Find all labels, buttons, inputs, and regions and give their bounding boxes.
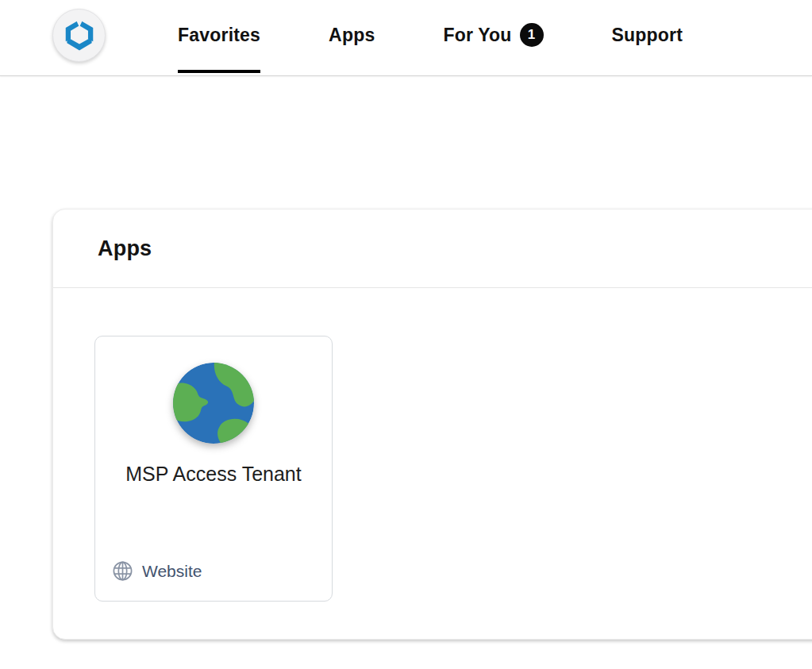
notification-count-badge: 1 [520,23,544,47]
tab-for-you[interactable]: For You 1 [443,0,543,75]
top-nav-bar: Favorites Apps For You 1 Support [0,0,812,76]
tab-apps[interactable]: Apps [329,0,375,75]
app-tile-type: Website [111,559,202,582]
app-tile-title: MSP Access Tenant [125,463,301,486]
tab-support-label: Support [612,25,683,46]
tab-favorites[interactable]: Favorites [178,0,260,75]
app-tile-type-label: Website [142,562,202,581]
primary-nav: Favorites Apps For You 1 Support [178,0,683,75]
earth-icon [173,363,254,444]
tab-for-you-label: For You [443,25,511,46]
tab-favorites-label: Favorites [178,25,260,46]
globe-wireframe-icon [111,559,134,582]
apps-card-body: MSP Access Tenant Website [53,288,812,602]
tab-support[interactable]: Support [612,0,683,75]
tab-apps-label: Apps [329,25,375,46]
app-tile-msp-access-tenant[interactable]: MSP Access Tenant Website [94,336,333,602]
card-title: Apps [98,236,152,261]
apps-card-header: Apps [53,210,812,288]
app-logo[interactable] [52,9,106,62]
apps-card: Apps MS [52,209,812,640]
hex-cube-logo-icon [61,17,98,54]
